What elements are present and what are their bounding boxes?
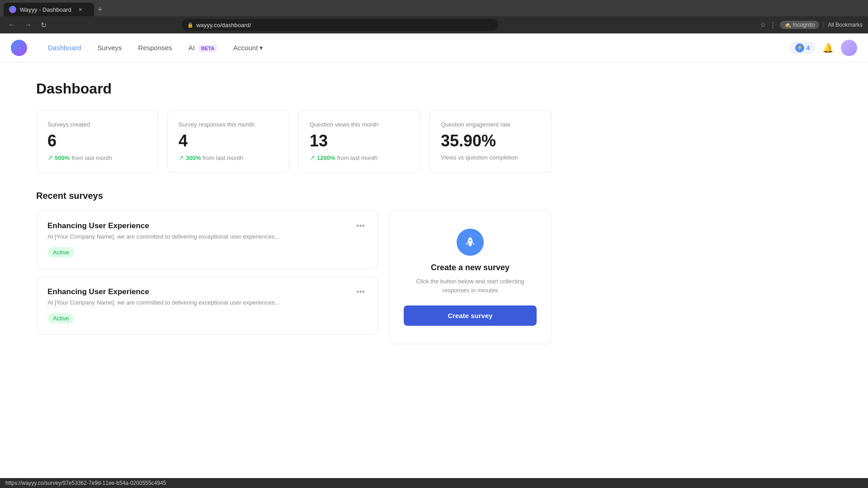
new-tab-button[interactable]: + [96,3,104,16]
browser-nav-right: ☆ ⋮ 🕵 Incognito All Bookmarks [760,21,863,29]
stat-label-views: Question views this month [310,121,409,128]
stat-label-surveys-created: Surveys created [47,121,147,128]
user-avatar[interactable] [841,40,857,56]
survey-desc-1: At [Your Company Name], we are committed… [47,299,367,306]
stat-change-surveys-created: ↗ 500% from last month [47,154,147,161]
status-url: https://wayyy.co/survey/97e53362-7e9d-11… [5,480,166,486]
address-url: wayyy.co/dashboard/ [196,22,251,28]
nav-responses[interactable]: Responses [132,41,179,54]
stat-card-engagement: Question engagement rate 35.90% Views vs… [429,110,552,173]
svg-point-0 [469,240,471,242]
surveys-layout: ••• Enhancing User Experience At [Your C… [36,210,552,344]
status-bar: https://wayyy.co/survey/97e53362-7e9d-11… [0,478,868,488]
stat-value-views: 13 [310,131,409,150]
browser-menu-icon[interactable]: ⋮ [769,21,776,29]
nav-right-section: ⚡ 4 🔔 [790,40,857,56]
all-bookmarks-label[interactable]: All Bookmarks [823,22,863,28]
nav-bar: ← → ↻ 🔒 wayyy.co/dashboard/ ☆ ⋮ 🕵 Incogn… [0,16,868,33]
create-survey-rocket-icon [457,229,484,256]
stat-pct-surveys-created: 500% [55,155,70,161]
tab-title: Wayyy - Dashboard [20,6,71,13]
tab-favicon [9,6,16,13]
recent-surveys-title: Recent surveys [36,191,552,201]
create-survey-button[interactable]: Create survey [404,305,537,326]
tab-close-icon[interactable]: × [79,6,82,13]
stat-change-views: ↗ 1200% from last month [310,154,409,161]
stat-pct-responses: 300% [186,155,201,161]
incognito-label: Incognito [793,22,815,28]
nav-ai[interactable]: AI BETA [182,41,223,54]
stat-change-text-responses: from last month [203,155,243,161]
stat-value-surveys-created: 6 [47,131,147,150]
stat-change-text-engagement: Views vs question completion [441,154,518,161]
trend-up-icon-3: ↗ [310,154,315,161]
survey-title-0: Enhancing User Experience [47,221,367,230]
survey-menu-button-1[interactable]: ••• [353,286,368,299]
account-chevron-icon: ▾ [259,44,263,52]
stat-card-responses: Survey responses this month 4 ↗ 300% fro… [167,110,289,173]
forward-button[interactable]: → [22,19,34,31]
stat-value-engagement: 35.90% [441,131,540,150]
stat-change-text-surveys-created: from last month [71,155,112,161]
stats-grid: Surveys created 6 ↗ 500% from last month… [36,110,552,173]
survey-status-badge-1: Active [47,313,74,324]
survey-card-1: ••• Enhancing User Experience At [Your C… [36,276,378,335]
tab-bar: Wayyy - Dashboard × + [0,0,868,16]
lock-icon: 🔒 [187,22,193,28]
survey-title-1: Enhancing User Experience [47,287,367,296]
stat-label-responses: Survey responses this month [179,121,278,128]
create-survey-title: Create a new survey [431,263,509,272]
bookmarks-star-icon[interactable]: ☆ [760,21,766,29]
survey-card-0: ••• Enhancing User Experience At [Your C… [36,210,378,269]
nav-surveys[interactable]: Surveys [91,41,128,54]
active-tab[interactable]: Wayyy - Dashboard × [4,3,94,16]
survey-list: ••• Enhancing User Experience At [Your C… [36,210,378,335]
survey-desc-0: At [Your Company Name], we are committed… [47,233,367,240]
nav-dashboard[interactable]: Dashboard [42,41,87,54]
browser-chrome: Wayyy - Dashboard × + ← → ↻ 🔒 wayyy.co/d… [0,0,868,33]
nav-links: Dashboard Surveys Responses AI BETA Acco… [42,41,775,55]
app-logo[interactable] [11,40,27,56]
back-button[interactable]: ← [5,19,18,31]
refresh-button[interactable]: ↻ [38,19,49,31]
stat-card-views: Question views this month 13 ↗ 1200% fro… [298,110,420,173]
credits-badge[interactable]: ⚡ 4 [790,42,815,54]
stat-card-surveys-created: Surveys created 6 ↗ 500% from last month [36,110,158,173]
incognito-icon: 🕵 [784,22,791,28]
stat-change-responses: ↗ 300% from last month [179,154,278,161]
stat-label-engagement: Question engagement rate [441,121,540,128]
page-title: Dashboard [36,80,552,97]
credits-count: 4 [806,44,810,52]
main-content: Dashboard Surveys created 6 ↗ 500% from … [0,62,588,362]
stat-value-responses: 4 [179,131,278,150]
incognito-badge: 🕵 Incognito [780,21,820,29]
app-container: Dashboard Surveys Responses AI BETA Acco… [0,33,868,488]
top-nav: Dashboard Surveys Responses AI BETA Acco… [0,33,868,62]
address-bar[interactable]: 🔒 wayyy.co/dashboard/ [182,19,498,31]
stat-pct-views: 1200% [317,155,335,161]
survey-menu-button-0[interactable]: ••• [353,220,368,233]
stat-change-engagement: Views vs question completion [441,154,540,161]
credits-icon: ⚡ [795,43,804,52]
trend-up-icon-2: ↗ [179,154,184,161]
notifications-bell-icon[interactable]: 🔔 [822,42,834,53]
trend-up-icon: ↗ [47,154,53,161]
nav-account[interactable]: Account ▾ [227,41,269,55]
create-survey-card: Create a new survey Click the button bel… [389,210,552,344]
survey-status-badge-0: Active [47,247,74,258]
stat-change-text-views: from last month [337,155,377,161]
ai-beta-badge: BETA [198,45,217,52]
create-survey-desc: Click the button below and start collect… [404,277,537,295]
